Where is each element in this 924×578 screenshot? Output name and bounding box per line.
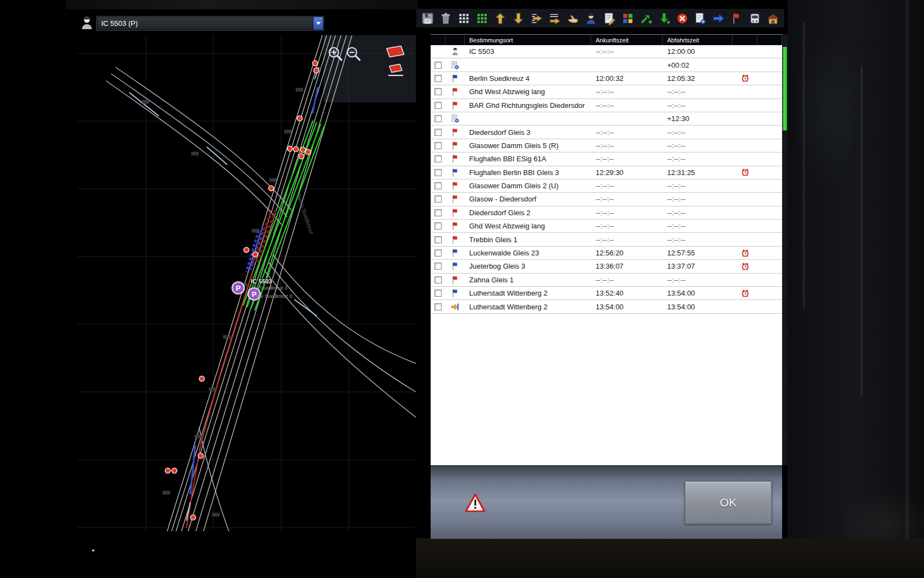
table-row[interactable]: Glasower Damm Gleis 2 (U) --:--:-- --:--… <box>431 179 782 193</box>
table-row[interactable]: Glasower Damm Gleis 5 (R) --:--:-- --:--… <box>431 139 782 152</box>
jump-button[interactable] <box>711 10 727 26</box>
row-checkbox[interactable] <box>435 62 442 69</box>
insert-row-button[interactable] <box>529 10 544 26</box>
destination-cell[interactable]: Zahna Gleis 1 <box>465 276 591 284</box>
parking-marker[interactable]: P <box>232 282 244 294</box>
row-checkbox[interactable] <box>435 263 442 270</box>
row-checkbox[interactable] <box>435 249 442 257</box>
append-row-button[interactable] <box>547 10 563 26</box>
remove-route-button[interactable] <box>674 10 690 26</box>
table-row[interactable]: Zahna Gleis 1 --:--:-- --:--:-- <box>431 274 782 287</box>
document-settings-button[interactable] <box>692 10 708 26</box>
row-checkbox[interactable] <box>435 75 442 82</box>
grid-button[interactable] <box>456 10 471 26</box>
table-row[interactable]: Lutherstadt Wittenberg 2 13:54:00 13:54:… <box>431 300 782 313</box>
destination-cell[interactable]: Trebbin Gleis 1 <box>465 236 591 244</box>
delete-button[interactable] <box>438 10 453 26</box>
table-row[interactable]: Flughafen BBI ESig 61A --:--:-- --:--:-- <box>431 152 782 166</box>
table-row[interactable]: Ghd West Abzweig lang --:--:-- --:--:-- <box>431 85 782 99</box>
hand-button[interactable] <box>565 10 581 26</box>
table-scrollbar-thumb[interactable] <box>783 47 787 130</box>
properties-button[interactable] <box>620 10 635 26</box>
row-checkbox[interactable] <box>435 276 442 283</box>
ok-button[interactable]: OK <box>685 481 772 524</box>
table-scrollbar[interactable] <box>782 34 788 465</box>
alarm-cell[interactable] <box>741 289 750 298</box>
add-route-button[interactable] <box>638 10 653 26</box>
destination-cell[interactable]: Berlin Suedkreuz 4 <box>465 74 591 83</box>
row-checkbox[interactable] <box>435 102 442 109</box>
alarm-cell[interactable] <box>741 168 750 177</box>
alarm-cell[interactable] <box>741 74 750 83</box>
row-type-icon <box>450 235 460 244</box>
grid-green-button[interactable] <box>474 10 490 26</box>
row-checkbox[interactable] <box>435 88 442 95</box>
row-checkbox[interactable] <box>435 222 442 230</box>
destination-cell[interactable]: Lutherstadt Wittenberg 2 <box>465 289 591 297</box>
save-button[interactable] <box>420 10 435 26</box>
train-button[interactable] <box>747 10 763 26</box>
alarm-cell[interactable] <box>741 249 750 258</box>
row-checkbox[interactable] <box>435 155 442 162</box>
row-checkbox[interactable] <box>435 290 442 297</box>
row-checkbox[interactable] <box>435 195 442 203</box>
timetable-dialog: Bestimmungsort Ankunftszeit Abfahrtszeit… <box>431 34 782 465</box>
row-type-icon <box>450 302 460 312</box>
table-row[interactable]: Luckenwalde Gleis 23 12:56:20 12:57:55 <box>431 247 782 260</box>
col-destination: Bestimmungsort <box>465 35 591 45</box>
destination-cell[interactable]: Diedersdorf Gleis 2 <box>465 209 591 217</box>
edit-schedule-button[interactable] <box>602 10 617 26</box>
table-row[interactable]: Ghd West Abzweig lang --:--:-- --:--:-- <box>431 220 782 233</box>
train-selector[interactable]: IC 5503 (P) <box>97 17 323 30</box>
table-row[interactable]: Trebbin Gleis 1 --:--:-- --:--:-- <box>431 233 782 246</box>
row-checkbox[interactable] <box>435 115 442 122</box>
append-route-button[interactable] <box>656 10 672 26</box>
row-checkbox[interactable] <box>435 209 442 216</box>
dropdown-button[interactable] <box>313 17 323 30</box>
row-checkbox[interactable] <box>435 182 442 189</box>
driver-button[interactable] <box>584 10 599 26</box>
destination-cell[interactable]: Flughafen Berlin BBI Gleis 3 <box>465 168 591 177</box>
destination-cell[interactable]: Glasower Damm Gleis 2 (U) <box>465 182 591 190</box>
destination-cell[interactable]: Diedersdorf Gleis 3 <box>465 128 591 137</box>
table-row[interactable]: Diedersdorf Gleis 3 --:--:-- --:--:-- <box>431 126 782 139</box>
row-checkbox[interactable] <box>435 236 442 243</box>
departure-cell: --:--:-- <box>663 195 733 203</box>
table-row[interactable]: Flughafen Berlin BBI Gleis 3 12:29:30 12… <box>431 166 782 179</box>
table-row[interactable]: Lutherstadt Wittenberg 2 13:52:40 13:54:… <box>431 287 782 300</box>
table-row[interactable]: Jueterbog Gleis 3 13:36:07 13:37:07 <box>431 260 782 273</box>
move-down-button[interactable] <box>510 10 526 26</box>
move-up-icon <box>493 12 507 25</box>
row-checkbox[interactable] <box>435 303 442 310</box>
arrival-cell: --:--:-- <box>591 141 663 150</box>
table-row[interactable]: Diedersdorf Gleis 2 --:--:-- --:--:-- <box>431 206 782 220</box>
destination-cell[interactable]: Flughafen BBI ESig 61A <box>465 155 591 163</box>
depot-button[interactable] <box>766 10 781 26</box>
destination-cell[interactable]: Jueterbog Gleis 3 <box>465 262 591 270</box>
table-row[interactable]: +00:02 <box>431 58 782 72</box>
alarm-cell[interactable] <box>741 262 750 271</box>
destination-cell[interactable]: Luckenwalde Gleis 23 <box>465 249 591 257</box>
row-checkbox[interactable] <box>435 142 442 149</box>
table-row[interactable]: BAR Ghd Richtungsgleis Diedersdor --:--:… <box>431 99 782 112</box>
flag-icon <box>730 12 744 25</box>
row-checkbox[interactable] <box>435 129 442 136</box>
destination-cell[interactable]: Ghd West Abzweig lang <box>465 222 591 230</box>
move-up-button[interactable] <box>492 10 508 26</box>
destination-cell[interactable]: Ghd West Abzweig lang <box>465 88 591 96</box>
destination-cell[interactable]: IC 5503 <box>465 47 591 56</box>
route-display-button[interactable] <box>387 46 404 57</box>
warning-icon <box>465 493 486 513</box>
destination-cell[interactable]: Lutherstadt Wittenberg 2 <box>465 303 591 311</box>
flag-button[interactable] <box>729 10 745 26</box>
destination-cell[interactable]: BAR Ghd Richtungsgleis Diedersdor <box>465 101 591 110</box>
table-row[interactable]: Berlin Suedkreuz 4 12:00:32 12:05:32 <box>431 72 782 85</box>
table-row[interactable]: +12:30 <box>431 112 782 126</box>
table-row[interactable]: IC 5503 --:--:-- 12:00:00 <box>431 45 782 58</box>
track-map[interactable]: P P IC 5503 Berlin Suedkreuz -Suedkreuz … <box>77 35 416 531</box>
dialog-footer: OK <box>431 465 782 539</box>
destination-cell[interactable]: Glasow - Diedersdorf <box>465 195 591 203</box>
destination-cell[interactable]: Glasower Damm Gleis 5 (R) <box>465 141 591 150</box>
table-row[interactable]: Glasow - Diedersdorf --:--:-- --:--:-- <box>431 193 782 206</box>
row-checkbox[interactable] <box>435 169 442 176</box>
